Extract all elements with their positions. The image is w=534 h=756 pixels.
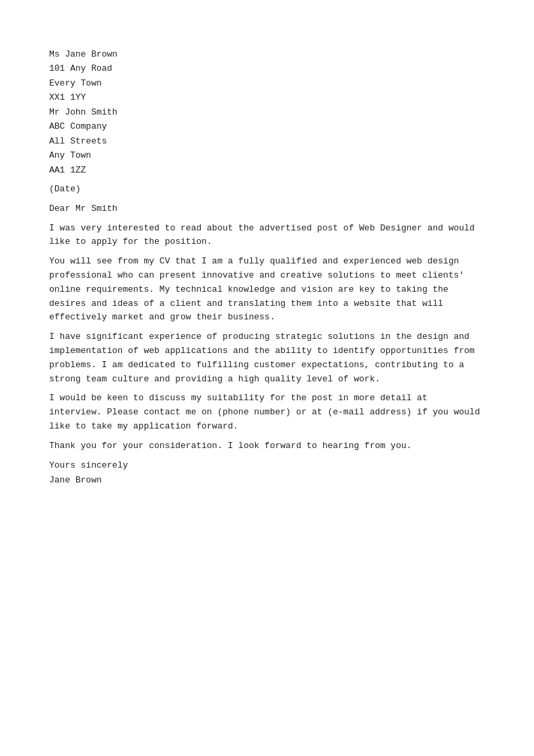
paragraph-4: I would be keen to discuss my suitabilit… [49, 391, 485, 433]
recipient-postcode: AA1 1ZZ [49, 163, 485, 177]
date-line: (Date) [49, 183, 485, 197]
sender-postcode: XX1 1YY [49, 90, 485, 104]
sender-name: Ms Jane Brown [49, 47, 485, 61]
recipient-address: Mr John Smith ABC Company All Streets An… [49, 105, 485, 177]
sender-address2: Every Town [49, 76, 485, 90]
letter-body: Ms Jane Brown 101 Any Road Every Town XX… [49, 47, 485, 487]
paragraph-5-text: Thank you for your consideration. I look… [49, 441, 411, 451]
greeting-line: Dear Mr Smith [49, 202, 485, 216]
paragraph-5: Thank you for your consideration. I look… [49, 439, 485, 453]
paragraph-4-text: I would be keen to discuss my suitabilit… [49, 393, 480, 431]
date: (Date) [49, 184, 81, 194]
recipient-address1: All Streets [49, 134, 485, 148]
paragraph-1-text: I was very interested to read about the … [49, 223, 475, 247]
paragraph-2-text: You will see from my CV that I am a full… [49, 256, 464, 322]
sender-address: Ms Jane Brown 101 Any Road Every Town XX… [49, 47, 485, 105]
recipient-company: ABC Company [49, 119, 485, 133]
letter-page: Ms Jane Brown 101 Any Road Every Town XX… [0, 0, 534, 756]
signature-name: Jane Brown [49, 473, 485, 487]
paragraph-3: I have significant experience of produci… [49, 330, 485, 386]
paragraph-1: I was very interested to read about the … [49, 222, 485, 250]
sender-address1: 101 Any Road [49, 61, 485, 75]
sign-off: Yours sincerely [49, 458, 485, 472]
recipient-address2: Any Town [49, 148, 485, 162]
paragraph-3-text: I have significant experience of produci… [49, 332, 475, 383]
paragraph-2: You will see from my CV that I am a full… [49, 255, 485, 325]
sign-off-block: Yours sincerely Jane Brown [49, 458, 485, 487]
greeting: Dear Mr Smith [49, 203, 117, 214]
recipient-salutation: Mr John Smith [49, 105, 485, 119]
